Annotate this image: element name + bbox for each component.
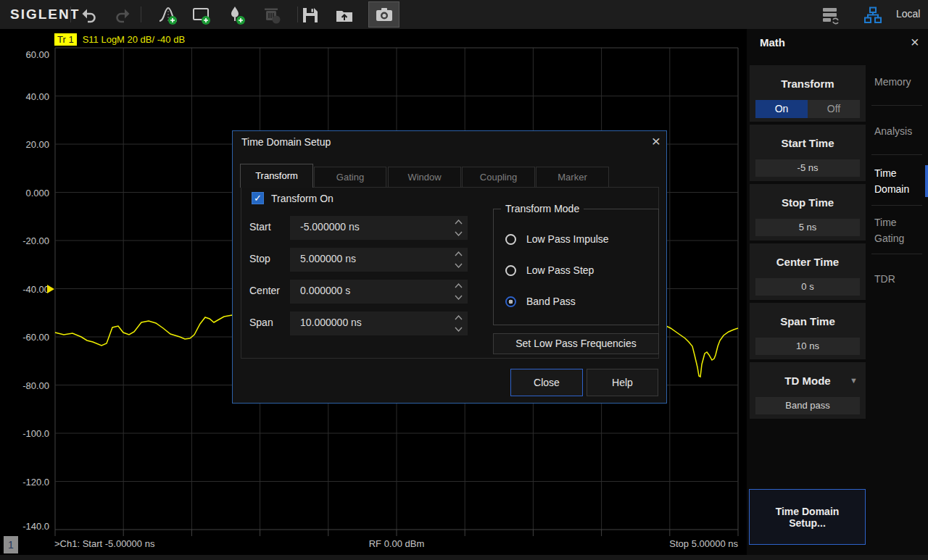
tab-gating[interactable]: Gating <box>314 167 386 188</box>
span-time-value[interactable]: 10 ns <box>755 338 860 355</box>
time-domain-setup-button[interactable]: Time Domain Setup... <box>749 489 866 545</box>
math-sidebar: Math × Transform On Off Start Time -5 ns… <box>747 29 928 555</box>
y-axis-label: 20.00 <box>0 139 49 150</box>
sidebar-item-time-domain[interactable]: Time Domain <box>867 165 925 197</box>
stop-time-value[interactable]: 5 ns <box>755 219 860 236</box>
y-axis-label: -140.0 <box>0 521 49 532</box>
vna-application: 60.0040.0020.000.000-20.00-40.00-60.00-8… <box>0 0 928 560</box>
instrument-list-icon[interactable] <box>821 5 841 25</box>
y-axis: 60.0040.0020.000.000-20.00-40.00-60.00-8… <box>0 0 51 560</box>
center-field-label: Center <box>249 285 280 296</box>
transform-off-button[interactable]: Off <box>808 100 860 118</box>
reference-level-marker-icon[interactable] <box>47 285 54 293</box>
menu-divider <box>871 105 922 106</box>
radio-icon <box>505 234 516 245</box>
radio-low-pass-step[interactable]: Low Pass Step <box>505 264 594 277</box>
span-input[interactable]: 10.000000 ns <box>290 312 468 335</box>
bottom-strip <box>0 555 928 560</box>
menu-divider <box>871 254 922 254</box>
transform-on-button[interactable]: On <box>755 100 808 118</box>
radio-selected-icon <box>505 296 516 307</box>
chevron-down-icon <box>455 295 463 300</box>
y-axis-label: -60.00 <box>0 332 49 343</box>
status-bar: 1 RF 0.00 dBm Stop 5.00000 ns >Ch1: Star… <box>0 535 747 554</box>
span-value: 10.000000 ns <box>300 317 362 328</box>
sidebar-item-time-gating[interactable]: Time Gating <box>867 214 925 246</box>
center-spinner[interactable] <box>450 280 466 303</box>
sidebar-item-analysis[interactable]: Analysis <box>867 123 925 139</box>
sidebar-close-icon[interactable]: × <box>911 34 919 51</box>
transform-on-label: Transform On <box>271 193 334 204</box>
sidebar-item-memory[interactable]: Memory <box>867 74 925 90</box>
y-axis-label: -20.00 <box>0 235 49 246</box>
start-field-label: Start <box>249 221 271 233</box>
span-time-panel[interactable]: Span Time 10 ns <box>750 303 866 359</box>
chevron-down-icon <box>455 263 463 268</box>
y-axis-label: -40.00 <box>0 283 49 294</box>
radio-icon <box>505 265 516 276</box>
stop-time-title: Stop Time <box>750 196 866 209</box>
menu-divider <box>871 205 922 206</box>
chevron-up-icon <box>455 251 463 256</box>
start-time-value[interactable]: -5 ns <box>755 159 860 177</box>
channel-number-badge[interactable]: 1 <box>4 536 18 553</box>
chevron-up-icon <box>455 283 463 288</box>
trace-params-label[interactable]: S11 LogM 20 dB/ -40 dB <box>83 34 185 45</box>
dialog-title: Time Domain Setup <box>241 136 331 148</box>
chevron-up-icon <box>455 220 463 225</box>
sidebar-title: Math <box>760 36 785 49</box>
local-mode-label[interactable]: Local <box>896 8 920 20</box>
transform-panel-title: Transform <box>750 78 866 90</box>
center-time-panel[interactable]: Center Time 0 s <box>750 243 866 300</box>
start-input[interactable]: -5.000000 ns <box>290 216 468 240</box>
y-axis-label: -80.00 <box>0 380 49 390</box>
chevron-up-icon <box>455 315 463 320</box>
start-spinner[interactable] <box>450 217 466 239</box>
span-field-label: Span <box>249 317 273 328</box>
transform-on-checkbox[interactable]: ✓ <box>252 192 264 204</box>
channel-start-label: >Ch1: Start -5.00000 ns <box>54 538 154 549</box>
radio-band-pass[interactable]: Band Pass <box>505 295 576 308</box>
radio-low-pass-impulse[interactable]: Low Pass Impulse <box>505 233 609 246</box>
close-button[interactable]: Close <box>510 369 583 396</box>
td-mode-title: TD Mode <box>750 375 866 387</box>
sidebar-item-tdr[interactable]: TDR <box>867 271 925 287</box>
dropdown-arrow-icon[interactable]: ▼ <box>850 376 858 385</box>
start-time-panel[interactable]: Start Time -5 ns <box>750 125 866 181</box>
radio-label: Band Pass <box>526 296 576 307</box>
tab-window[interactable]: Window <box>388 167 461 188</box>
active-item-indicator <box>925 165 928 197</box>
tab-coupling[interactable]: Coupling <box>462 167 535 188</box>
center-value: 0.000000 s <box>300 285 350 296</box>
center-input[interactable]: 0.000000 s <box>290 280 468 304</box>
y-axis-label: -120.0 <box>0 476 49 487</box>
transform-mode-group: Transform Mode Low Pass Impulse Low Pass… <box>493 209 659 325</box>
td-mode-value[interactable]: Band pass <box>755 397 860 414</box>
y-axis-label: 60.00 <box>0 49 49 60</box>
tab-marker[interactable]: Marker <box>536 167 609 188</box>
span-spinner[interactable] <box>450 312 466 335</box>
network-icon[interactable] <box>863 5 883 25</box>
set-low-pass-frequencies-button[interactable]: Set Low Pass Frequencies <box>493 333 659 354</box>
radio-label: Low Pass Impulse <box>526 233 609 245</box>
stop-time-panel[interactable]: Stop Time 5 ns <box>750 184 866 241</box>
span-time-title: Span Time <box>750 315 866 327</box>
stop-value: 5.000000 ns <box>300 253 356 264</box>
dialog-close-icon[interactable]: × <box>652 133 660 150</box>
stop-input[interactable]: 5.000000 ns <box>290 248 468 272</box>
help-button[interactable]: Help <box>587 369 658 396</box>
trace-number-badge[interactable]: Tr 1 <box>54 33 77 46</box>
transform-mode-title: Transform Mode <box>501 203 584 214</box>
stop-field-label: Stop <box>249 253 270 264</box>
td-mode-panel[interactable]: TD Mode ▼ Band pass <box>750 362 866 419</box>
start-time-title: Start Time <box>750 137 866 149</box>
center-time-value[interactable]: 0 s <box>755 278 860 296</box>
chevron-down-icon <box>455 231 463 236</box>
transform-panel: Transform On Off <box>750 65 866 122</box>
stop-spinner[interactable] <box>450 248 466 271</box>
tab-transform[interactable]: Transform <box>240 164 313 188</box>
chevron-down-icon <box>455 327 463 332</box>
center-time-title: Center Time <box>750 256 866 268</box>
trace-header: Tr 1 S11 LogM 20 dB/ -40 dB <box>54 33 185 46</box>
stop-time-label: Stop 5.00000 ns <box>55 538 738 549</box>
